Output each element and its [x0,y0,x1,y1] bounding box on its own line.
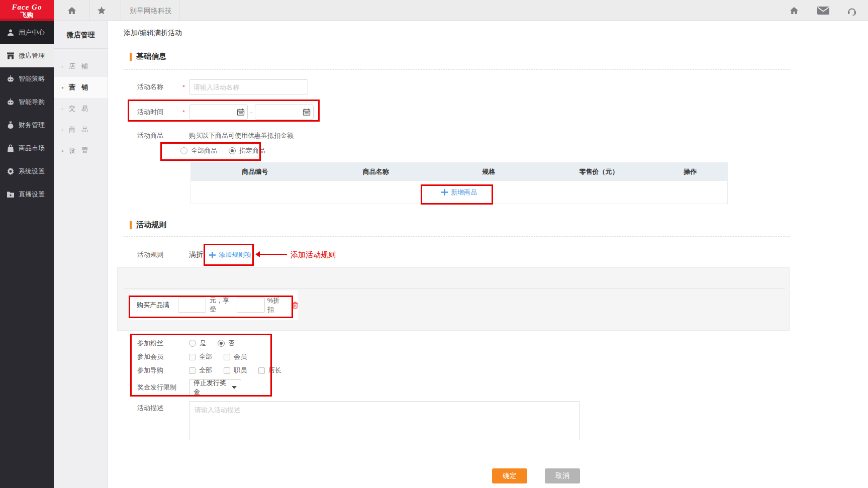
description-textarea[interactable] [189,401,580,440]
radio-fans-no-label: 否 [228,339,235,348]
live-folder-icon [7,190,15,199]
member-label: 参加会员 [137,352,182,361]
rule-item-label: 购买产品满 [137,301,178,310]
column-header-product-code: 商品编号 [190,167,320,176]
delete-rule-icon[interactable] [292,302,298,309]
calendar-icon[interactable] [237,108,245,116]
activity-goods-label: 活动商品 [137,131,182,140]
bonus-limit-select[interactable]: 停止发行奖金 [189,379,241,396]
sidebar-item-label: 用户中心 [19,28,45,37]
add-rule-label: 添加规则项 [219,250,251,259]
activity-time-label: 活动时间 [137,108,182,117]
activity-rules-label: 活动规则 [137,250,182,259]
annotation-arrow-line [259,254,287,255]
submenu-item-settings[interactable]: ● 设置 [54,140,108,161]
submenu-item-goods[interactable]: › 商品 [54,119,108,140]
section-basic-info: 基础信息 [130,52,166,61]
checkbox-member-member-label: 会员 [234,352,247,361]
goods-hint-text: 购买以下商品可使用优惠券抵扣金额 [189,131,294,140]
confirm-button[interactable]: 确定 [492,468,527,483]
sidebar-item-system-settings[interactable]: 系统设置 [0,160,54,183]
add-product-label: 新增商品 [451,188,477,197]
checkbox-member-all[interactable] [189,354,196,360]
sidebar-item-label: 直播设置 [19,190,45,199]
sidebar-item-microstore[interactable]: 微店管理 [0,44,54,67]
home-icon[interactable] [789,6,799,16]
column-header-retail-price: 零售价（元） [545,167,653,176]
submenu-item-marketing[interactable]: ● 营销 [54,77,108,98]
section-divider [124,69,790,70]
date-separator: - [250,109,252,116]
section-title: 基础信息 [136,52,166,61]
topbar-divider [179,0,179,21]
mail-icon[interactable] [817,7,829,15]
radio-fans-yes[interactable] [189,340,196,347]
sidebar-item-live-settings[interactable]: 直播设置 [0,183,54,206]
activity-name-input[interactable] [189,79,308,94]
rule-amount-input[interactable] [178,298,206,313]
products-table-header: 商品编号 商品名称 规格 零售价（元） 操作 [190,162,728,181]
checkbox-guide-staff-label: 职员 [234,366,247,375]
plus-icon [441,189,448,196]
app-screen: Face Go 飞购 别早网络科技 用户中心 [0,0,868,488]
bonus-limit-label: 奖金发行限制 [137,383,176,392]
add-rule-link[interactable]: 添加规则项 [209,250,251,259]
radio-fans-no[interactable] [218,340,225,347]
calendar-icon[interactable] [303,108,311,116]
annotation-text: 添加活动规则 [291,250,336,260]
description-row: 活动描述 [137,403,163,413]
section-accent-bar [130,221,132,229]
sidebar-item-goods-market[interactable]: 商品市场 [0,137,54,160]
radio-specified-products[interactable] [229,147,236,154]
submenu-item-trade[interactable]: › 交易 [54,98,108,119]
checkbox-member-member[interactable] [224,354,230,360]
checkbox-guide-all[interactable] [189,367,196,374]
sidebar-item-smart-guide[interactable]: 智能导购 [0,90,54,114]
company-name: 别早网络科技 [130,0,172,21]
section-accent-bar [130,53,132,61]
submenu-item-label: 店铺 [69,62,94,71]
rule-item-suffix-text: %折扣 [267,296,285,314]
activity-rules-row: 活动规则 满折 添加规则项 [137,247,251,263]
sidebar-item-label: 微店管理 [19,51,45,60]
chevron-right-icon: › [61,127,69,133]
column-header-product-name: 商品名称 [320,167,432,176]
logo[interactable]: Face Go 飞购 [0,0,54,21]
caret-down-icon [232,386,237,389]
sidebar-item-label: 智能导购 [19,97,45,107]
gear-icon [7,167,15,175]
logo-line2: 飞购 [0,11,54,19]
rule-item-row: 购买产品满 元，享受 %折扣 [130,290,298,320]
radio-all-products[interactable] [180,147,187,154]
chevron-right-icon: › [61,63,69,69]
sidebar-item-smart-strategy[interactable]: 智能策略 [0,67,54,90]
cancel-button[interactable]: 取消 [545,468,580,483]
sidebar-item-user-center[interactable]: 用户中心 [0,21,54,44]
activity-goods-row: 活动商品 购买以下商品可使用优惠券抵扣金额 [137,128,294,144]
products-table-empty-row: 新增商品 [190,181,728,204]
products-table: 商品编号 商品名称 规格 零售价（元） 操作 新增商品 [190,162,728,204]
topbar: Face Go 飞购 别早网络科技 [0,0,868,21]
submenu-item-label: 交易 [69,104,94,113]
rule-discount-input[interactable] [237,298,265,313]
radio-fans-yes-label: 是 [200,339,206,348]
headset-icon[interactable] [847,6,857,16]
sidebar-item-finance[interactable]: 财务管理 [0,114,54,137]
money-bag-icon [7,121,15,129]
rule-type-value: 满折 [189,250,203,259]
column-header-spec: 规格 [432,167,545,176]
checkbox-guide-manager[interactable] [258,367,265,374]
main-content: 添加/编辑满折活动 基础信息 活动名称 * 活动时间 * - [109,21,868,488]
topbar-divider [89,0,89,21]
submenu-item-shop[interactable]: › 店铺 [54,56,108,77]
end-date-field [255,105,314,120]
checkbox-guide-staff[interactable] [224,367,230,374]
star-icon[interactable] [97,6,107,16]
home-icon[interactable] [67,6,77,16]
chevron-right-icon: › [61,106,69,112]
dot-icon: ● [61,85,69,90]
submenu-item-label: 设置 [69,146,94,155]
add-product-link[interactable]: 新增商品 [441,188,477,197]
bonus-limit-row: 奖金发行限制 [137,379,176,396]
store-icon [7,52,15,60]
